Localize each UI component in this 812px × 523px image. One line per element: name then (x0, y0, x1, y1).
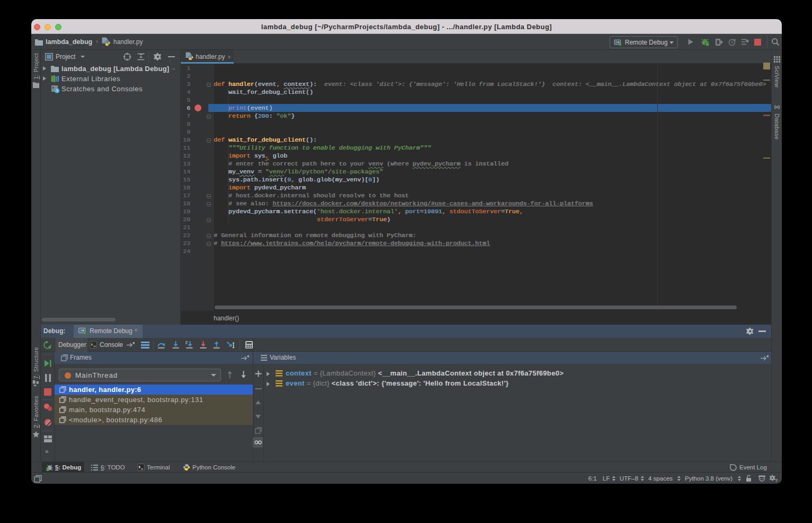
svg-text:?: ? (775, 478, 778, 483)
